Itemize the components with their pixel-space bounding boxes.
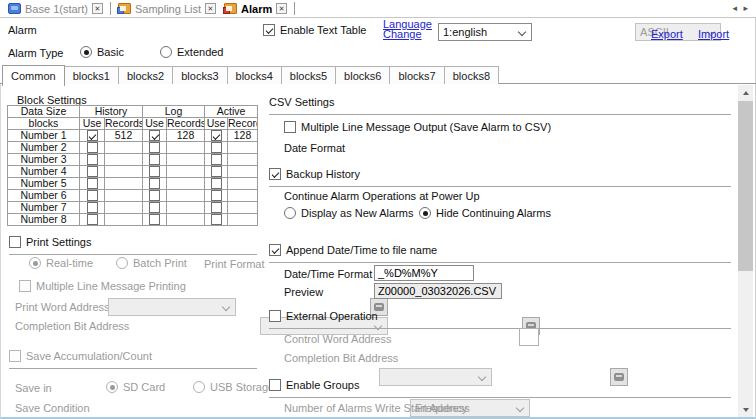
use-checkbox[interactable] xyxy=(211,130,222,141)
records-cell[interactable] xyxy=(228,166,258,178)
use-checkbox[interactable] xyxy=(211,214,222,225)
records-cell[interactable]: 128 xyxy=(167,130,205,142)
radio-icon[interactable] xyxy=(80,46,92,58)
language-change-link[interactable]: Language Change xyxy=(383,19,432,39)
records-cell[interactable] xyxy=(167,178,205,190)
enable-text-table-checkbox[interactable]: Enable Text Table xyxy=(263,24,366,36)
scrollbar-thumb[interactable] xyxy=(738,101,753,271)
doc-tab-sampling-list[interactable]: Sampling List✕ xyxy=(114,1,220,17)
close-icon[interactable]: ✕ xyxy=(276,3,287,14)
records-cell[interactable] xyxy=(228,178,258,190)
tab-blocks5[interactable]: blocks5 xyxy=(281,66,336,84)
tab-blocks8[interactable]: blocks8 xyxy=(444,66,499,84)
language-select[interactable]: 1:english xyxy=(438,23,532,41)
append-datetime-section-header[interactable]: Append Date/Time to file name xyxy=(269,244,731,263)
doc-tab-alarm[interactable]: Alarm✕ xyxy=(220,1,291,17)
radio-icon[interactable] xyxy=(419,207,431,219)
export-link[interactable]: Export xyxy=(651,28,683,40)
tab-blocks4[interactable]: blocks4 xyxy=(227,66,282,84)
records-cell[interactable] xyxy=(167,190,205,202)
records-cell[interactable] xyxy=(105,202,143,214)
records-cell[interactable] xyxy=(228,202,258,214)
language-change-line2[interactable]: Change xyxy=(383,28,422,40)
datetime-format-input[interactable] xyxy=(374,265,474,281)
use-checkbox[interactable] xyxy=(149,154,160,165)
radio-icon[interactable] xyxy=(284,207,296,219)
records-cell[interactable] xyxy=(228,214,258,226)
block-name-cell[interactable]: Number 7 xyxy=(8,202,80,214)
print-settings-section-header[interactable]: Print Settings xyxy=(9,236,257,255)
records-cell[interactable] xyxy=(167,142,205,154)
save-accumulation-section-header[interactable]: Save Accumulation/Count xyxy=(9,350,257,369)
use-checkbox[interactable] xyxy=(87,154,98,165)
multiline-output-checkbox[interactable]: Multiple Line Message Output (Save Alarm… xyxy=(284,121,551,133)
use-checkbox[interactable] xyxy=(87,202,98,213)
use-checkbox[interactable] xyxy=(211,202,222,213)
records-cell[interactable] xyxy=(228,142,258,154)
block-name-cell[interactable]: Number 8 xyxy=(8,214,80,226)
block-name-cell[interactable]: Number 5 xyxy=(8,178,80,190)
records-cell[interactable]: 512 xyxy=(105,130,143,142)
records-cell[interactable] xyxy=(105,154,143,166)
vertical-scrollbar[interactable] xyxy=(738,85,753,417)
use-checkbox[interactable] xyxy=(87,190,98,201)
use-checkbox[interactable] xyxy=(149,130,160,141)
use-checkbox[interactable] xyxy=(87,214,98,225)
use-checkbox[interactable] xyxy=(211,154,222,165)
records-cell[interactable] xyxy=(167,214,205,226)
use-checkbox[interactable] xyxy=(87,130,98,141)
doc-tab-base-1-start-[interactable]: Base 1(start)✕ xyxy=(4,1,107,17)
backup-history-checkbox[interactable] xyxy=(269,168,281,180)
tab-blocks1[interactable]: blocks1 xyxy=(64,66,119,84)
use-checkbox[interactable] xyxy=(87,142,98,153)
records-cell[interactable] xyxy=(228,190,258,202)
external-operation-checkbox[interactable] xyxy=(269,310,281,322)
external-operation-section-header[interactable]: External Operation xyxy=(269,310,731,329)
records-cell[interactable]: 128 xyxy=(228,130,258,142)
use-checkbox[interactable] xyxy=(149,214,160,225)
records-cell[interactable] xyxy=(228,154,258,166)
records-cell[interactable] xyxy=(105,142,143,154)
block-name-cell[interactable]: Number 2 xyxy=(8,142,80,154)
save-accumulation-checkbox[interactable] xyxy=(9,350,21,362)
use-checkbox[interactable] xyxy=(211,166,222,177)
records-cell[interactable] xyxy=(105,178,143,190)
backup-history-section-header[interactable]: Backup History xyxy=(269,168,731,187)
records-cell[interactable] xyxy=(167,202,205,214)
block-name-cell[interactable]: Number 6 xyxy=(8,190,80,202)
print-settings-checkbox[interactable] xyxy=(9,236,21,248)
checkbox-icon[interactable] xyxy=(284,121,296,133)
tab-common[interactable]: Common xyxy=(2,65,65,86)
records-cell[interactable] xyxy=(105,190,143,202)
tab-blocks3[interactable]: blocks3 xyxy=(172,66,227,84)
block-name-cell[interactable]: Number 4 xyxy=(8,166,80,178)
tab-blocks7[interactable]: blocks7 xyxy=(389,66,444,84)
enable-groups-section-header[interactable]: Enable Groups xyxy=(269,379,731,398)
use-checkbox[interactable] xyxy=(149,166,160,177)
close-icon[interactable]: ✕ xyxy=(205,3,216,14)
scroll-down-arrow-icon[interactable] xyxy=(738,402,753,417)
use-checkbox[interactable] xyxy=(149,202,160,213)
use-checkbox[interactable] xyxy=(149,178,160,189)
checkbox-icon[interactable] xyxy=(263,24,275,36)
use-checkbox[interactable] xyxy=(149,190,160,201)
block-name-cell[interactable]: Number 3 xyxy=(8,154,80,166)
records-cell[interactable] xyxy=(167,166,205,178)
tab-blocks2[interactable]: blocks2 xyxy=(118,66,173,84)
append-datetime-checkbox[interactable] xyxy=(269,244,281,256)
use-checkbox[interactable] xyxy=(211,190,222,201)
close-icon[interactable]: ✕ xyxy=(92,3,103,14)
records-cell[interactable] xyxy=(167,154,205,166)
display-new-alarms-radio[interactable]: Display as New Alarms xyxy=(284,207,413,219)
block-name-cell[interactable]: Number 1 xyxy=(8,130,80,142)
hide-continuing-alarms-radio[interactable]: Hide Continuing Alarms xyxy=(419,207,551,219)
scroll-up-arrow-icon[interactable] xyxy=(738,85,753,100)
use-checkbox[interactable] xyxy=(211,142,222,153)
alarm-type-extended-radio[interactable]: Extended xyxy=(160,46,223,58)
import-link[interactable]: Import xyxy=(698,28,729,40)
use-checkbox[interactable] xyxy=(211,178,222,189)
enable-groups-checkbox[interactable] xyxy=(269,379,281,391)
radio-icon[interactable] xyxy=(160,46,172,58)
records-cell[interactable] xyxy=(105,166,143,178)
use-checkbox[interactable] xyxy=(87,166,98,177)
